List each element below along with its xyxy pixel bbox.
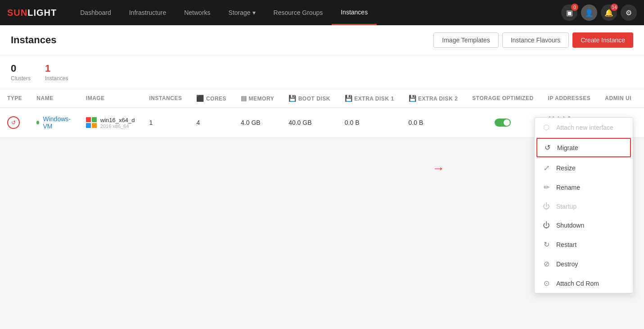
cell-instances: 1	[142, 108, 189, 137]
restart-label: Restart	[556, 241, 576, 248]
logo: SUNLIGHT	[7, 8, 57, 18]
dropdown-startup[interactable]: ⏻ Startup	[535, 197, 633, 216]
col-extra-disk1: 💾Extra disk 1	[338, 89, 401, 108]
cell-boot-disk: 40.0 GB	[281, 108, 338, 137]
rename-label: Rename	[556, 184, 580, 191]
cell-extra-disk1: 0.0 B	[338, 108, 401, 137]
restart-icon: ↻	[542, 240, 551, 249]
nav-item-resource-groups[interactable]: Resource Groups	[265, 0, 332, 25]
startup-icon: ⏻	[542, 202, 551, 210]
page-title: Instances	[11, 34, 57, 46]
windows-icon	[86, 117, 97, 128]
cell-storage-optimized	[465, 108, 540, 137]
col-storage-optimized: Storage Optimized	[465, 89, 540, 108]
dropdown-shutdown[interactable]: ⏻ Shutdown	[535, 216, 633, 235]
settings-button[interactable]: ⚙	[621, 5, 637, 21]
instance-name-wrapper: Windows-VM	[36, 115, 71, 130]
storage-optimized-toggle[interactable]	[472, 119, 533, 127]
cell-memory: 4.0 GB	[234, 108, 281, 137]
image-name: win16_x64_d	[100, 117, 135, 123]
col-image: Image	[79, 89, 142, 108]
startup-label: Startup	[556, 203, 576, 210]
cell-extra-disk2: 0.0 B	[401, 108, 465, 137]
dropdown-migrate[interactable]: ↺ Migrate	[536, 138, 631, 157]
notifications-badge: 14	[611, 4, 618, 11]
destroy-icon: ⊘	[542, 260, 551, 268]
dropdown-restart[interactable]: ↻ Restart	[535, 235, 633, 254]
attach-interface-label: Attach new interface	[556, 124, 613, 131]
attach-cdrom-icon: ⊙	[542, 279, 551, 288]
image-wrapper: win16_x64_d 2016 x86_64	[86, 117, 135, 129]
image-sub: 2016 x86_64	[100, 123, 135, 129]
shutdown-label: Shutdown	[556, 222, 584, 229]
create-instance-button[interactable]: Create Instance	[572, 32, 633, 48]
rename-icon: ✏	[542, 183, 551, 192]
monitor-button[interactable]: ▣ 0	[561, 5, 577, 21]
clusters-count: 0	[11, 63, 31, 74]
col-admin-ui: Admin UI	[598, 89, 639, 108]
nav-item-instances[interactable]: Instances	[332, 0, 377, 25]
nav-item-infrastructure[interactable]: Infrastructure	[120, 0, 175, 25]
nav-items: Dashboard Infrastructure Networks Storag…	[71, 0, 561, 25]
instances-label: Instances	[45, 75, 68, 82]
nav-item-networks[interactable]: Networks	[175, 0, 219, 25]
nav-item-storage[interactable]: Storage ▾	[220, 0, 265, 25]
clusters-stat: 0 Clusters	[11, 63, 31, 82]
top-navigation: SUNLIGHT Dashboard Infrastructure Networ…	[0, 0, 644, 25]
instances-count: 1	[45, 63, 68, 74]
cell-image: win16_x64_d 2016 x86_64	[79, 108, 142, 137]
cell-type: ↺	[0, 108, 29, 137]
dropdown-destroy[interactable]: ⊘ Destroy	[535, 254, 633, 274]
cell-actions: ⚙	[639, 108, 644, 137]
nav-item-dashboard[interactable]: Dashboard	[71, 0, 120, 25]
attach-cdrom-label: Attach Cd Rom	[556, 280, 599, 287]
instance-name-link[interactable]: Windows-VM	[43, 115, 71, 130]
col-instances: Instances	[142, 89, 189, 108]
table-header-row: Type Name Image Instances ⬛Cores ▤Memory…	[0, 89, 644, 108]
attach-interface-icon: ⬡	[542, 123, 551, 132]
col-memory: ▤Memory	[234, 89, 281, 108]
col-boot-disk: 💾Boot disk	[281, 89, 338, 108]
resize-icon: ⤢	[542, 164, 551, 172]
notifications-button[interactable]: 🔔 14	[601, 5, 617, 21]
dropdown-attach-interface[interactable]: ⬡ Attach new interface	[535, 118, 633, 137]
monitor-badge: 0	[571, 4, 578, 11]
stats-row: 0 Clusters 1 Instances	[0, 55, 644, 89]
col-cores: ⬛Cores	[189, 89, 234, 108]
resize-label: Resize	[556, 164, 576, 172]
nav-right: ▣ 0 👤 🔔 14 ⚙	[561, 5, 637, 21]
instance-flavours-button[interactable]: Instance Flavours	[502, 32, 569, 48]
status-dot	[36, 121, 39, 124]
header-buttons: Image Templates Instance Flavours Create…	[433, 32, 633, 48]
migrate-icon: ↺	[543, 143, 552, 152]
red-arrow-indicator: →	[432, 161, 445, 176]
image-templates-button[interactable]: Image Templates	[433, 32, 498, 48]
user-button[interactable]: 👤	[581, 5, 597, 21]
shutdown-icon: ⏻	[542, 221, 551, 229]
cell-cores: 4	[189, 108, 234, 137]
col-ip-addresses: IP Addresses	[541, 89, 598, 108]
destroy-label: Destroy	[556, 260, 578, 268]
col-extra-disk2: 💾Extra disk 2	[401, 89, 465, 108]
dropdown-resize[interactable]: ⤢ Resize	[535, 158, 633, 178]
cell-name: Windows-VM	[29, 108, 78, 137]
dropdown-attach-cdrom[interactable]: ⊙ Attach Cd Rom	[535, 274, 633, 293]
page-header: Instances Image Templates Instance Flavo…	[0, 25, 644, 55]
instances-stat: 1 Instances	[45, 63, 68, 82]
col-actions: Actions	[639, 89, 644, 108]
col-name: Name	[29, 89, 78, 108]
actions-dropdown-menu: ⬡ Attach new interface ↺ Migrate ⤢ Resiz…	[534, 117, 633, 293]
clusters-label: Clusters	[11, 75, 31, 82]
col-type: Type	[0, 89, 29, 108]
storage-toggle-on[interactable]	[495, 119, 511, 127]
migrate-label: Migrate	[557, 144, 578, 151]
dropdown-rename[interactable]: ✏ Rename	[535, 178, 633, 197]
instance-type-icon: ↺	[7, 116, 20, 129]
